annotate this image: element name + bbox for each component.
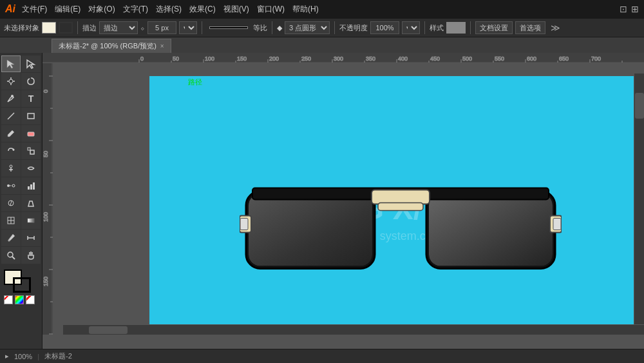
svg-point-31 [8, 252, 13, 257]
stroke-color-swatch[interactable] [13, 277, 31, 293]
rect-tool[interactable] [21, 108, 41, 124]
svg-text:450: 450 [430, 55, 440, 62]
zoom-tool[interactable] [1, 247, 21, 264]
opacity-unit[interactable]: ▾ [402, 21, 420, 34]
svg-point-15 [7, 184, 10, 187]
svg-rect-8 [28, 132, 34, 136]
main-area: T [0, 53, 644, 349]
window-maximize-btn[interactable]: ⊞ [631, 4, 639, 14]
svg-text:400: 400 [398, 55, 408, 62]
preferences-btn[interactable]: 首选项 [515, 21, 545, 34]
svg-rect-85 [249, 194, 372, 266]
menu-type[interactable]: 文字(T) [123, 4, 148, 15]
points-icon: ◆ [277, 24, 282, 32]
stroke-size-unit[interactable]: ▾ [179, 21, 197, 34]
mesh-tool[interactable] [1, 212, 21, 229]
svg-text:150: 150 [43, 277, 49, 286]
tab-close-btn[interactable]: × [160, 43, 164, 50]
stroke-size-input[interactable] [147, 21, 176, 34]
svg-text:100: 100 [205, 55, 214, 62]
more-options-btn[interactable]: ≫ [551, 23, 560, 33]
divider-6 [470, 21, 471, 34]
line-tool[interactable] [1, 108, 21, 124]
document-tab[interactable]: 未标题-2* @ 100% (RGB/预览) × [52, 39, 171, 53]
tool-row-11 [1, 230, 41, 246]
menu-bar: 文件(F) 编辑(E) 对象(O) 文字(T) 选择(S) 效果(C) 视图(V… [22, 4, 319, 15]
pen-tool[interactable] [1, 90, 21, 107]
stroke-type-select[interactable]: 描边 [99, 21, 138, 34]
svg-point-12 [10, 165, 12, 168]
brush-select[interactable]: 3 点圆形 [285, 21, 330, 34]
svg-text:100: 100 [43, 212, 49, 222]
lasso-tool[interactable] [21, 73, 41, 90]
menu-select[interactable]: 选择(S) [156, 4, 182, 15]
stroke-swatch[interactable] [59, 22, 73, 34]
scrollbar-bottom[interactable] [63, 324, 644, 335]
ai-logo: Ai [5, 3, 15, 15]
menu-object[interactable]: 对象(O) [88, 4, 115, 15]
tool-row-8 [1, 177, 41, 194]
width-tool[interactable] [21, 160, 41, 177]
svg-rect-86 [429, 194, 553, 266]
svg-point-5 [11, 95, 14, 97]
perspective-tool[interactable] [21, 195, 41, 211]
tab-bar: 未标题-2* @ 100% (RGB/预览) × [0, 37, 644, 53]
svg-rect-20 [33, 182, 35, 190]
tool-row-6 [1, 142, 41, 159]
pencil-tool[interactable] [1, 125, 21, 142]
properties-toolbar: 未选择对象 描边 描边 ⬦ ▾ 等比 ◆ 3 点圆形 不透明度 ▾ 样式 文档设… [0, 18, 644, 37]
menu-edit[interactable]: 编辑(E) [55, 4, 80, 15]
measure-tool[interactable] [21, 230, 41, 246]
blend-tool[interactable] [1, 177, 21, 194]
none-swatch[interactable] [4, 295, 13, 304]
svg-point-4 [9, 79, 13, 83]
direct-selection-tool[interactable] [21, 55, 41, 72]
magic-wand-tool[interactable] [1, 73, 21, 90]
menu-help[interactable]: 帮助(H) [292, 4, 319, 15]
hand-tool[interactable] [21, 247, 41, 264]
svg-line-6 [8, 113, 14, 119]
eyedropper-tool[interactable] [1, 230, 21, 246]
tool-row-5 [1, 125, 41, 142]
fill-swatch[interactable] [42, 22, 56, 34]
status-text: ▸ [5, 352, 9, 360]
tab-title: 未标题-2* @ 100% (RGB/预览) [59, 41, 156, 51]
menu-window[interactable]: 窗口(W) [257, 4, 285, 15]
menu-view[interactable]: 视图(V) [223, 4, 249, 15]
puppet-warp-tool[interactable] [1, 160, 21, 177]
column-graph-tool[interactable] [21, 177, 41, 194]
selection-tool[interactable] [1, 55, 21, 72]
ruler-top: 0 50 100 150 200 250 300 350 400 450 500… [43, 53, 644, 63]
window-minimize-btn[interactable]: ⊡ [620, 4, 627, 14]
symbol-sprayer-tool[interactable] [1, 195, 21, 211]
menu-effect[interactable]: 效果(C) [189, 4, 216, 15]
title-bar: Ai 文件(F) 编辑(E) 对象(O) 文字(T) 选择(S) 效果(C) 视… [0, 0, 644, 18]
status-label: 未选择对象 [4, 23, 39, 33]
gradient-tool[interactable] [21, 212, 41, 229]
type-tool[interactable]: T [21, 90, 41, 107]
glasses-svg [240, 159, 562, 282]
svg-text:150: 150 [237, 55, 247, 62]
tool-row-12 [1, 247, 41, 264]
scale-tool[interactable] [21, 142, 41, 159]
opacity-input[interactable] [370, 21, 399, 34]
svg-rect-19 [30, 184, 32, 190]
menu-file[interactable]: 文件(F) [22, 4, 47, 15]
eraser-tool[interactable] [21, 125, 41, 142]
doc-settings-btn[interactable]: 文档设置 [475, 21, 513, 34]
doc-info: 未标题-2 [44, 351, 72, 361]
style-label: 样式 [430, 23, 444, 33]
path-indicator: 路径 [188, 77, 202, 87]
svg-text:50: 50 [173, 55, 179, 62]
svg-text:600: 600 [527, 55, 536, 62]
scrollbar-right[interactable] [634, 74, 644, 324]
rotate-tool[interactable] [1, 142, 21, 159]
color-swatch[interactable] [15, 295, 24, 304]
red-diagonal-swatch[interactable] [26, 295, 35, 304]
tool-row-3: T [1, 90, 41, 107]
tool-row-9 [1, 195, 41, 211]
tool-row-10 [1, 212, 41, 229]
style-swatch[interactable] [446, 22, 466, 34]
divider-5 [424, 21, 425, 34]
divider-3 [272, 21, 272, 34]
